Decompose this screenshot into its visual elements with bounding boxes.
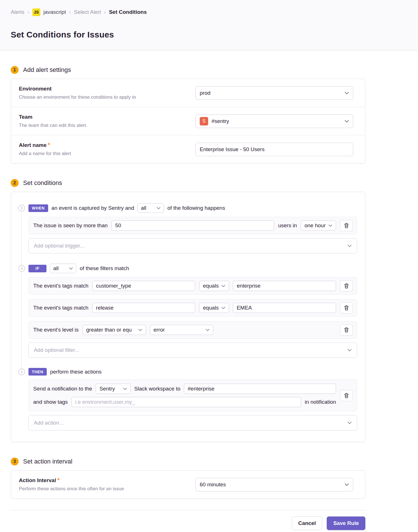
section-heading-settings: 1 Add alert settings xyxy=(11,66,365,74)
team-select-value: #sentry xyxy=(212,118,229,124)
when-badge: WHEN xyxy=(28,204,48,212)
tag-operator-select[interactable]: equals xyxy=(199,281,229,291)
chevron-down-icon xyxy=(347,421,352,424)
form-footer: Cancel Save Rule xyxy=(11,510,365,530)
tag-value-input[interactable] xyxy=(233,303,336,313)
chevron-down-icon xyxy=(206,329,210,331)
environment-label: Environment xyxy=(19,86,136,92)
if-match-select[interactable]: all xyxy=(50,264,76,273)
section-heading-interval: 3 Set action interval xyxy=(11,457,365,466)
cancel-button[interactable]: Cancel xyxy=(292,516,322,530)
action-interval-panel: Action Interval Perform these actions on… xyxy=(11,470,365,499)
section-title: Add alert settings xyxy=(23,66,71,74)
chevron-down-icon xyxy=(138,329,142,331)
breadcrumb-select-alert[interactable]: Select Alert xyxy=(74,9,101,15)
section-title: Set conditions xyxy=(23,179,62,187)
environment-help: Choose an environment for these conditio… xyxy=(19,94,136,100)
chevron-down-icon xyxy=(157,207,161,209)
alert-name-help: Add a name for this alert xyxy=(19,151,71,156)
interval-select[interactable]: one hour xyxy=(301,220,336,231)
chevron-down-icon xyxy=(221,285,225,287)
action-interval-label: Action Interval xyxy=(19,477,124,484)
trigger-row: The issue is seen by more than users in … xyxy=(28,217,357,234)
when-text-before: an event is captured by Sentry and xyxy=(52,205,134,211)
action-interval-help: Perform these actions once this often fo… xyxy=(19,486,124,492)
step-number-badge: 1 xyxy=(11,66,19,74)
show-tags-input[interactable] xyxy=(72,397,301,407)
breadcrumb-separator: › xyxy=(28,9,29,15)
breadcrumb-current: Set Conditions xyxy=(109,9,147,15)
if-text-after: of these filters match xyxy=(80,265,129,271)
team-label: Team xyxy=(19,114,87,120)
trash-icon xyxy=(344,327,349,332)
action-interval-select[interactable]: 60 minutes xyxy=(195,478,353,491)
action-interval-value: 60 minutes xyxy=(200,482,226,488)
section-title: Set action interval xyxy=(23,458,72,465)
filter-row-tags-2: The event's tags match equals xyxy=(28,299,357,317)
team-select[interactable]: S #sentry xyxy=(195,114,353,128)
alert-name-input[interactable] xyxy=(195,143,353,156)
trash-icon xyxy=(344,283,349,288)
when-match-select[interactable]: all xyxy=(137,203,164,213)
team-avatar: S xyxy=(200,117,208,125)
breadcrumb-separator: › xyxy=(69,9,71,15)
environment-select[interactable]: prod xyxy=(195,86,353,100)
add-trigger-select[interactable]: Add optional trigger... xyxy=(28,238,357,253)
collapse-toggle-icon[interactable] xyxy=(18,265,25,272)
breadcrumb-project[interactable]: javascript xyxy=(43,9,66,15)
chevron-down-icon xyxy=(328,224,332,227)
delete-filter-button[interactable] xyxy=(340,302,353,314)
alert-settings-panel: Environment Choose an environment for th… xyxy=(11,79,365,164)
filter-row-level: The event's level is greater than or equ… xyxy=(28,321,357,339)
environment-row: Environment Choose an environment for th… xyxy=(11,79,365,107)
breadcrumb-separator: › xyxy=(104,9,106,15)
chevron-down-icon xyxy=(347,349,352,352)
trash-icon xyxy=(344,305,349,310)
delete-trigger-button[interactable] xyxy=(340,220,353,231)
breadcrumb-alerts[interactable]: Alerts xyxy=(11,9,25,15)
conditions-panel: WHEN an event is captured by Sentry and … xyxy=(11,192,365,442)
filter-row-tags-1: The event's tags match equals xyxy=(28,277,357,295)
environment-select-value: prod xyxy=(200,90,210,96)
required-indicator xyxy=(48,143,50,145)
tag-key-input[interactable] xyxy=(92,303,195,313)
if-step: IF all of these filters match The event'… xyxy=(18,264,357,358)
step-number-badge: 3 xyxy=(11,458,19,465)
page-title: Set Conditions for Issues xyxy=(11,30,407,50)
when-step: WHEN an event is captured by Sentry and … xyxy=(18,203,357,253)
trash-icon xyxy=(344,393,349,398)
then-step: THEN perform these actions Send a notifi… xyxy=(18,368,357,431)
breadcrumb: Alerts › JS javascript › Select Alert › … xyxy=(11,8,407,16)
chevron-down-icon xyxy=(344,120,349,123)
add-action-select[interactable]: Add action... xyxy=(28,415,357,431)
workspace-select[interactable]: Sentry xyxy=(96,384,130,394)
tag-key-input[interactable] xyxy=(92,281,195,291)
collapse-toggle-icon[interactable] xyxy=(18,205,25,211)
chevron-down-icon xyxy=(344,483,349,486)
then-text-after: perform these actions xyxy=(50,369,102,375)
tag-value-input[interactable] xyxy=(233,281,336,291)
page-header: Alerts › JS javascript › Select Alert › … xyxy=(0,0,418,50)
user-count-input[interactable] xyxy=(112,220,274,231)
add-filter-select[interactable]: Add optional filter... xyxy=(28,343,357,358)
when-text-after: of the following happens xyxy=(167,205,225,211)
save-rule-button[interactable]: Save Rule xyxy=(327,516,365,530)
chevron-down-icon xyxy=(347,244,352,247)
channel-input[interactable] xyxy=(184,384,336,394)
delete-filter-button[interactable] xyxy=(340,324,353,335)
delete-action-button[interactable] xyxy=(340,390,353,401)
alert-name-label: Alert name xyxy=(19,142,71,148)
level-operator-select[interactable]: greater than or equ xyxy=(83,325,146,335)
chevron-down-icon xyxy=(123,388,127,390)
chevron-down-icon xyxy=(344,92,349,94)
alert-name-row: Alert name Add a name for this alert xyxy=(11,135,365,163)
javascript-project-icon: JS xyxy=(32,8,40,16)
step-number-badge: 2 xyxy=(11,179,19,187)
level-value-select[interactable]: error xyxy=(150,325,213,335)
delete-filter-button[interactable] xyxy=(340,280,353,292)
section-heading-conditions: 2 Set conditions xyxy=(11,179,365,187)
trash-icon xyxy=(344,223,349,228)
collapse-toggle-icon[interactable] xyxy=(18,368,25,375)
tag-operator-select[interactable]: equals xyxy=(199,303,229,313)
if-badge: IF xyxy=(28,265,46,272)
